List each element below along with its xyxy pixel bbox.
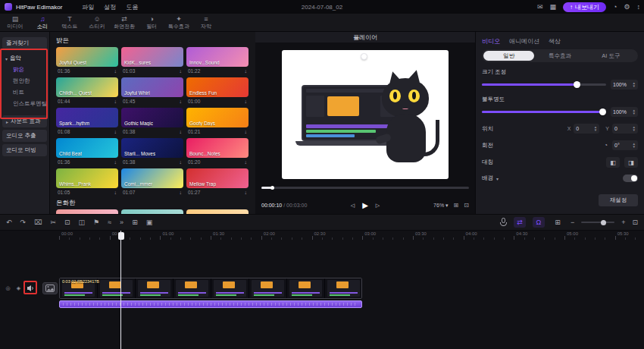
subtab-effects[interactable]: 특수효과	[534, 51, 585, 61]
rotation-dial-icon[interactable]: ◔	[604, 142, 608, 149]
zoom-in-icon[interactable]: +	[621, 219, 625, 226]
sidebar-item-audio-dubbing[interactable]: 오디오 더빙	[2, 144, 47, 156]
menu-help[interactable]: 도움	[126, 3, 138, 11]
snapshot-icon[interactable]: ⊞	[132, 219, 138, 226]
sidebar-item-audio-extract[interactable]: 오디오 추출	[2, 130, 47, 142]
fullscreen-icon[interactable]: ⊡	[464, 202, 469, 209]
flip-horizontal-icon[interactable]: ◧	[606, 157, 620, 168]
download-icon[interactable]: ↓	[114, 68, 117, 74]
opacity-slider[interactable]	[482, 108, 606, 115]
sidebar-item-beat[interactable]: 비트	[2, 86, 47, 98]
previous-frame-button[interactable]: ◁	[351, 203, 355, 209]
video-canvas[interactable]	[282, 50, 449, 179]
window-resize-icon[interactable]: ↕	[637, 4, 641, 11]
sidebar-item-calm[interactable]: 편안한	[2, 75, 47, 86]
music-card[interactable]: Innov...Sound 01:22↓	[186, 47, 249, 74]
music-card[interactable]: Childh... Quest 01:44↓	[56, 77, 118, 105]
zoom-out-icon[interactable]: −	[571, 219, 574, 226]
audio-wave-icon[interactable]: ≈	[108, 219, 111, 226]
music-card[interactable]: Gothic Magic 01:38↓	[121, 108, 183, 135]
rotation-value-stepper[interactable]: 0° ▲▼	[612, 140, 638, 150]
tab-audio[interactable]: ♫ 소리	[29, 14, 56, 31]
tab-subtitle[interactable]: ≡ 자막	[192, 14, 220, 31]
download-icon[interactable]: ↓	[114, 99, 117, 104]
timeline[interactable]: 00:0000:3001:0001:3002:0002:3003:0003:30…	[0, 231, 644, 349]
zoom-slider-knob[interactable]	[601, 220, 606, 225]
fit-screen-icon[interactable]: ⊞	[454, 202, 459, 209]
tab-text[interactable]: T 텍스트	[56, 14, 83, 31]
music-card[interactable]: Mellow Trap 01:27↓	[186, 168, 249, 196]
download-icon[interactable]: ↓	[245, 99, 248, 104]
account-icon[interactable]: ◔	[613, 4, 617, 11]
sidebar-item-instrumental[interactable]: 인스트루멘탈	[2, 98, 47, 109]
music-card[interactable]: Joyful Quest 01:36↓	[56, 47, 118, 74]
tab-sticker[interactable]: ☺ 스티커	[83, 14, 111, 31]
chevron-down-icon[interactable]: ▾	[496, 176, 499, 181]
timeline-zoom-slider[interactable]	[581, 219, 614, 226]
music-card[interactable]: Spark...hythm 01:08↓	[56, 108, 118, 135]
split-icon[interactable]: ✂	[50, 219, 56, 226]
mute-speaker-icon[interactable]	[25, 283, 36, 294]
download-icon[interactable]: ↓	[245, 129, 248, 134]
opacity-slider-knob[interactable]	[599, 108, 606, 115]
feedback-icon[interactable]: ✉	[537, 4, 543, 11]
mask-icon[interactable]: ◫	[79, 219, 86, 226]
tab-filter[interactable]: ◑ 필터	[138, 14, 165, 31]
player-seekbar[interactable]	[261, 187, 469, 189]
download-icon[interactable]: ↓	[114, 159, 117, 165]
tab-transition[interactable]: ⇄ 화면전환	[111, 14, 138, 31]
download-icon[interactable]: ↓	[180, 68, 183, 74]
delete-icon[interactable]: ⌧	[34, 219, 42, 226]
track-lock-icon[interactable]: ◈	[14, 285, 23, 293]
scale-value-stepper[interactable]: 100% ▲▼	[611, 80, 638, 90]
link-clips-icon[interactable]: ⇄	[514, 217, 526, 228]
subtab-general[interactable]: 일반	[483, 51, 534, 61]
sidebar-item-sound-effects[interactable]: ▸사운드 효과	[2, 115, 47, 127]
tab-color[interactable]: 색상	[549, 37, 561, 46]
play-button[interactable]: ▶	[362, 201, 368, 209]
music-clip[interactable]	[59, 300, 362, 308]
next-frame-button[interactable]: ▷	[376, 203, 380, 209]
crop-icon[interactable]: ⊡	[64, 219, 70, 226]
apps-icon[interactable]: ▦	[549, 4, 556, 11]
download-icon[interactable]: ↓	[245, 190, 248, 195]
menu-file[interactable]: 파일	[82, 3, 94, 11]
opacity-value-stepper[interactable]: 100% ▲▼	[611, 107, 638, 117]
music-card[interactable]: Endless Fun 01:00↓	[186, 77, 249, 105]
tab-animation[interactable]: 애니메이션	[509, 37, 539, 46]
tab-video[interactable]: 비디오	[482, 37, 500, 46]
subtab-ai-tools[interactable]: AI 도구	[586, 51, 636, 61]
sidebar-item-music[interactable]: ▾ 음악	[2, 53, 47, 64]
grid-snap-icon[interactable]: ⊞	[552, 217, 564, 228]
download-icon[interactable]: ↓	[245, 159, 248, 165]
speed-icon[interactable]: »	[120, 219, 123, 226]
zoom-level-dropdown[interactable]: 76% ▾	[433, 203, 448, 209]
menu-settings[interactable]: 설정	[104, 3, 116, 11]
background-toggle[interactable]	[623, 174, 638, 182]
music-card[interactable]: KidK...sures 01:03↓	[121, 47, 183, 74]
playhead[interactable]	[120, 231, 122, 349]
scale-slider-knob[interactable]	[574, 81, 580, 88]
tab-effects[interactable]: ✦ 특수효과	[165, 14, 192, 31]
download-icon[interactable]: ↓	[114, 129, 117, 134]
fit-timeline-icon[interactable]: ⊡	[632, 219, 638, 226]
download-icon[interactable]: ↓	[180, 99, 183, 104]
add-media-thumbnail-button[interactable]	[42, 282, 58, 294]
music-card[interactable]: Whims...Prank 01:05↓	[56, 168, 118, 196]
sidebar-item-favorites[interactable]: 즐겨찾기	[2, 37, 47, 49]
flip-vertical-icon[interactable]: ◨	[624, 157, 638, 168]
sidebar-item-bright[interactable]: 밝은	[2, 64, 47, 75]
seek-handle[interactable]	[270, 186, 274, 190]
download-icon[interactable]: ↓	[114, 190, 117, 195]
settings-gear-icon[interactable]: ⚙	[624, 4, 630, 11]
music-card[interactable]: Bounc...Notes 01:20↓	[186, 138, 249, 165]
marker-icon[interactable]: ⚑	[93, 219, 99, 226]
video-clip[interactable]: 0:03 02.R5223417B	[59, 278, 362, 299]
download-icon[interactable]: ↓	[180, 190, 183, 195]
position-y-stepper[interactable]: 0 ▲▼	[612, 124, 638, 134]
reset-button[interactable]: 재설정	[599, 194, 638, 206]
timeline-ruler[interactable]: 00:0000:3001:0001:3002:0002:3003:0003:30…	[0, 231, 644, 241]
voiceover-mic-icon[interactable]	[500, 218, 507, 228]
download-icon[interactable]: ↓	[180, 129, 183, 134]
pip-icon[interactable]: ▣	[146, 219, 153, 226]
